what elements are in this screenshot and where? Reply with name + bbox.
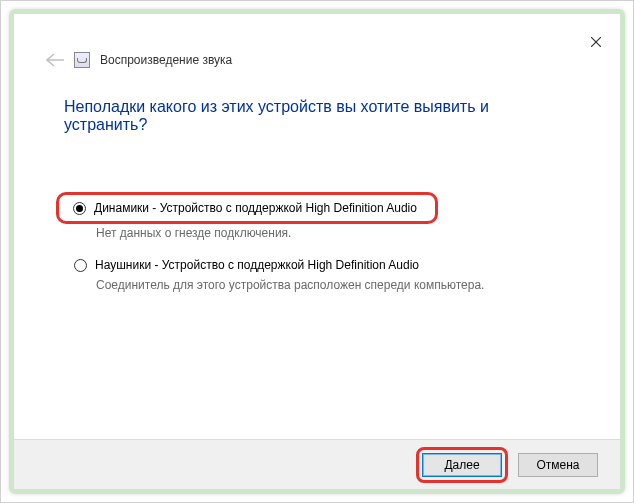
page-heading: Неполадки какого из этих устройств вы хо… bbox=[14, 68, 620, 134]
troubleshooter-icon bbox=[74, 52, 90, 68]
annotation-highlight: Динамики - Устройство с поддержкой High … bbox=[56, 192, 438, 224]
annotation-highlight: Далее bbox=[416, 447, 508, 483]
radio-label: Динамики - Устройство с поддержкой High … bbox=[94, 201, 417, 215]
arrow-left-icon bbox=[46, 53, 64, 67]
troubleshooter-window: Воспроизведение звука Неполадки какого и… bbox=[14, 14, 620, 489]
back-button[interactable] bbox=[46, 53, 64, 67]
close-icon bbox=[591, 37, 601, 47]
option-headphones: Наушники - Устройство с поддержкой High … bbox=[64, 254, 570, 292]
option-speakers: Динамики - Устройство с поддержкой High … bbox=[64, 192, 570, 240]
option-description: Нет данных о гнезде подключения. bbox=[64, 224, 570, 240]
radio-option[interactable]: Наушники - Устройство с поддержкой High … bbox=[64, 254, 570, 276]
radio-icon bbox=[73, 202, 86, 215]
dialog-footer: Далее Отмена bbox=[14, 439, 620, 489]
device-options: Динамики - Устройство с поддержкой High … bbox=[14, 134, 620, 292]
cancel-button[interactable]: Отмена bbox=[518, 453, 598, 477]
window-title: Воспроизведение звука bbox=[100, 53, 232, 67]
window-header: Воспроизведение звука bbox=[14, 14, 620, 68]
next-button[interactable]: Далее bbox=[422, 453, 502, 477]
close-button[interactable] bbox=[586, 32, 606, 52]
option-description: Соединитель для этого устройства располо… bbox=[64, 276, 570, 292]
radio-icon bbox=[74, 259, 87, 272]
radio-option[interactable]: Динамики - Устройство с поддержкой High … bbox=[63, 197, 427, 219]
screenshot-frame: Воспроизведение звука Неполадки какого и… bbox=[9, 9, 625, 494]
radio-label: Наушники - Устройство с поддержкой High … bbox=[95, 258, 419, 272]
